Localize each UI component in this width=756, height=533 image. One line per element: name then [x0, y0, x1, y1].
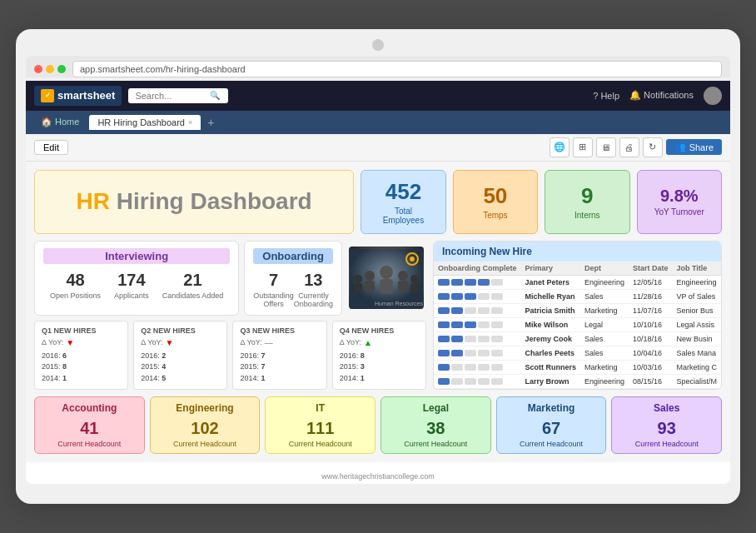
hr-image-inner: Human Resources [349, 247, 424, 309]
employee-start-date: 10/04/16 [629, 346, 673, 360]
employee-job-title: Specialist/M [672, 374, 721, 388]
col-primary: Primary [520, 262, 580, 276]
left-section: Interviewing 48 Open Positions 174 Appli… [34, 241, 426, 391]
col-start: Start Date [629, 262, 673, 276]
new-hires-row: Q1 NEW HIRES Δ YoY: ▼ 2016: 62015: 82014… [34, 321, 426, 391]
progress-segment [491, 293, 503, 300]
employee-name: Scott Runners [520, 360, 580, 374]
employee-start-date: 08/15/16 [629, 374, 673, 388]
employee-dept: Legal [580, 317, 629, 331]
tab-bar: 🏠 Home HR Hiring Dashboard × + [26, 111, 730, 134]
progress-segment [438, 293, 450, 300]
progress-segment [478, 364, 490, 371]
tab-home[interactable]: 🏠 Home [34, 114, 86, 130]
progress-segment [451, 293, 463, 300]
footer: www.heritagechristiancollege.com [26, 469, 730, 484]
maximize-dot[interactable] [57, 65, 66, 73]
svg-point-1 [380, 266, 393, 279]
progress-segment [491, 336, 503, 342]
applicants-lbl: Applicants [114, 291, 149, 300]
stat-temps: 50 Temps [453, 170, 538, 234]
engineering-name: Engineering [157, 402, 253, 414]
offers-lbl: Outstanding Offers [253, 291, 294, 308]
q4-year-data: 2016: 82015: 32014: 1 [340, 351, 419, 385]
screen-icon[interactable]: 🖥 [596, 137, 616, 157]
user-avatar[interactable] [704, 87, 722, 105]
candidates-lbl: Candidates Added [162, 291, 224, 300]
dept-row: Accounting 41 Current Headcount Engineer… [34, 396, 722, 454]
refresh-icon[interactable]: ↻ [643, 137, 663, 157]
share-label: Share [689, 142, 714, 152]
logo-area: ✓ smartsheet [34, 86, 122, 106]
progress-segment [451, 350, 463, 356]
progress-segment [438, 307, 450, 314]
notifications-link[interactable]: 🔔 Notifications [629, 90, 694, 101]
open-positions: 48 Open Positions [50, 271, 101, 300]
tab-close-icon[interactable]: × [188, 118, 192, 127]
offers-num: 7 [253, 271, 294, 290]
marketing-label: Current Headcount [504, 440, 599, 448]
globe-icon[interactable]: 🌐 [550, 137, 569, 157]
total-employees-number: 452 [385, 179, 421, 205]
onboarding-num: 13 [294, 271, 333, 290]
device-frame: app.smartsheet.com/hr-hiring-dashboard ✓… [16, 29, 740, 505]
employee-dept: Engineering [580, 275, 629, 289]
q2-yoy: Δ YoY: ▼ [141, 338, 220, 347]
edit-button[interactable]: Edit [34, 140, 68, 155]
dashboard-title: HR Hiring Dashboard [77, 188, 312, 215]
q3-title: Q3 NEW HIRES [240, 326, 319, 335]
search-box[interactable]: 🔍 [128, 88, 228, 103]
q2-yoy-label: Δ YoY: [141, 338, 162, 346]
table-row: Michelle RyanSales11/28/16VP of Sales [434, 289, 721, 303]
progress-segment [438, 364, 450, 371]
tab-hr-dashboard[interactable]: HR Hiring Dashboard × [89, 115, 201, 130]
browser-bar: app.smartsheet.com/hr-hiring-dashboard [26, 56, 730, 77]
progress-segment [451, 378, 463, 385]
dept-marketing: Marketing 67 Current Headcount [496, 396, 607, 454]
progress-segment [491, 321, 503, 328]
employee-job-title: New Busin [672, 331, 721, 346]
toolbar-left: Edit [34, 140, 68, 155]
app-container: ✓ smartsheet 🔍 ? Help 🔔 Notifications 🏠 … [26, 81, 730, 485]
q3-year-data: 2016: 72015: 72014: 1 [240, 351, 319, 385]
employee-name: Mike Wilson [520, 317, 580, 331]
progress-segment [465, 321, 476, 328]
progress-segment [491, 279, 503, 286]
progress-segment [465, 279, 476, 286]
q2-arrow-icon: ▼ [165, 338, 173, 347]
employee-dept: Marketing [580, 360, 629, 374]
employee-job-title: VP of Sales [672, 289, 721, 303]
employee-name: Michelle Ryan [520, 289, 580, 303]
q3-yoy: Δ YoY: — [240, 338, 319, 347]
q3-new-hires: Q3 NEW HIRES Δ YoY: — 2016: 72015: 72014… [232, 321, 326, 391]
toolbar-right: 🌐 ⊞ 🖥 🖨 ↻ 👥 Share [550, 137, 722, 157]
share-button[interactable]: 👥 Share [666, 139, 722, 155]
legal-label: Current Headcount [388, 440, 484, 448]
accounting-count: 41 [42, 419, 137, 438]
minimize-dot[interactable] [46, 65, 54, 73]
legal-name: Legal [388, 402, 484, 414]
print-icon[interactable]: 🖨 [619, 137, 639, 157]
tab-add-icon[interactable]: + [207, 116, 214, 129]
q1-year-data: 2016: 62015: 82014: 1 [42, 351, 121, 385]
onboarding-panel: Onboarding 7 Outstanding Offers 13 Curre… [244, 241, 342, 316]
employee-name: Janet Peters [520, 275, 580, 289]
url-text: app.smartsheet.com/hr-hiring-dashboard [80, 64, 246, 74]
dept-legal: Legal 38 Current Headcount [380, 396, 491, 454]
help-link[interactable]: ? Help [593, 91, 619, 101]
incoming-panel: Incoming New Hire Onboarding Complete Pr… [433, 241, 722, 390]
onboarding-section: Onboarding 7 Outstanding Offers 13 Curre… [244, 241, 426, 316]
device-notch [372, 39, 384, 51]
title-hr: HR [77, 188, 110, 214]
incoming-table: Onboarding Complete Primary Dept Start D… [434, 262, 721, 389]
search-input[interactable] [135, 91, 210, 101]
turnover-number: 9.8% [660, 187, 699, 206]
q1-new-hires: Q1 NEW HIRES Δ YoY: ▼ 2016: 62015: 82014… [34, 321, 128, 391]
close-dot[interactable] [34, 65, 42, 73]
it-name: IT [272, 402, 368, 414]
progress-cell [434, 317, 521, 331]
progress-segment [491, 350, 503, 356]
url-bar[interactable]: app.smartsheet.com/hr-hiring-dashboard [72, 61, 722, 77]
svg-rect-10 [410, 283, 419, 293]
grid-icon[interactable]: ⊞ [573, 137, 593, 157]
